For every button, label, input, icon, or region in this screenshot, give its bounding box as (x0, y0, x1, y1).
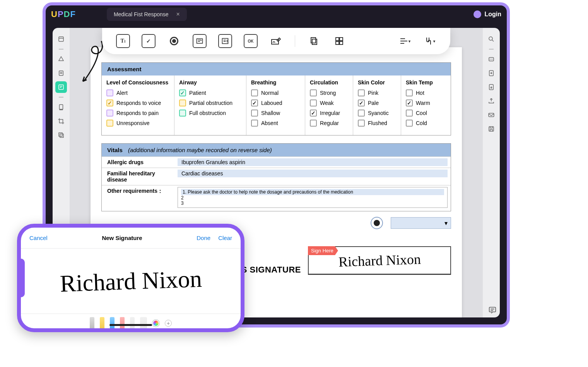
tool-copy[interactable] (307, 34, 321, 48)
pencil-tool-icon[interactable] (130, 317, 135, 329)
comment-icon[interactable] (487, 304, 498, 316)
phone-clear-button[interactable]: Clear (218, 235, 232, 241)
signature-image: Richard Nixon (338, 251, 421, 270)
tool-text-field[interactable]: TI (116, 34, 130, 48)
svg-rect-11 (336, 38, 339, 41)
titlebar: UPDF Medical Fist Response × Login (46, 5, 507, 23)
option-label: Shallow (261, 110, 280, 116)
login-button[interactable]: Login (473, 10, 501, 18)
ocr-icon[interactable] (485, 53, 497, 65)
option-label: Flushed (368, 120, 387, 126)
vitals-subtitle: (additional information maybe recorded o… (128, 147, 272, 153)
phone-done-button[interactable]: Done (197, 235, 210, 241)
column-title: Airway (179, 79, 241, 86)
option-label: Cool (416, 110, 427, 116)
checkbox-option[interactable]: Pale (358, 99, 396, 106)
export-icon[interactable] (485, 67, 497, 79)
tool-radio[interactable] (167, 34, 181, 48)
document-tab[interactable]: Medical Fist Response × (107, 8, 187, 21)
phone-signature-canvas[interactable]: Richard Nixon (21, 249, 241, 314)
rail-note-icon[interactable] (55, 67, 67, 79)
other-requirements-field[interactable]: 1. Please ask the doctor to help note th… (178, 187, 448, 208)
vitals-field[interactable]: Cardiac diseases (174, 168, 451, 185)
checkbox-option[interactable]: Normal (251, 89, 300, 96)
add-tool-icon[interactable]: + (165, 320, 172, 327)
highlighter-tool-icon[interactable] (100, 317, 104, 329)
rail-form-icon[interactable] (55, 81, 67, 93)
checkbox-icon (358, 120, 365, 127)
checkbox-option[interactable]: Alert (106, 89, 169, 96)
checkbox-option[interactable]: Warm (406, 99, 446, 106)
checkbox-option[interactable]: Unresponsive (106, 120, 169, 127)
vitals-label: Allergic drugs (102, 157, 174, 168)
right-rail (483, 28, 500, 317)
tool-checkbox[interactable]: ✓ (142, 34, 156, 48)
phone-header: Cancel New Signature Done Clear (21, 228, 241, 249)
share-icon[interactable] (485, 95, 497, 107)
mail-icon[interactable] (485, 109, 497, 121)
signature-field[interactable]: Sign Here Richard Nixon (308, 246, 451, 275)
checkbox-option[interactable]: Regular (310, 120, 348, 127)
checkbox-option[interactable]: Irregular (310, 110, 348, 117)
tab-close-icon[interactable]: × (176, 11, 180, 18)
option-label: Pink (368, 90, 378, 96)
tool-button[interactable]: OK (244, 34, 258, 48)
dropdown-field[interactable]: ▾ (391, 217, 451, 229)
tool-dropdown[interactable] (193, 34, 207, 48)
tool-align[interactable]: ▾ (398, 34, 412, 48)
option-label: Partial obstruction (189, 100, 232, 106)
rail-crop-icon[interactable] (55, 115, 67, 127)
checkbox-option[interactable]: Absent (251, 120, 300, 127)
checkbox-icon (310, 89, 317, 96)
phone-cancel-button[interactable]: Cancel (29, 235, 48, 241)
tool-grid[interactable] (332, 34, 346, 48)
checkbox-option[interactable]: Pink (358, 89, 396, 96)
checkbox-option[interactable]: Responds to pain (106, 110, 169, 117)
checkbox-option[interactable]: Shallow (251, 110, 300, 117)
rail-separator (59, 49, 63, 50)
marker-tool-icon[interactable] (110, 317, 115, 329)
checkbox-option[interactable]: Hot (406, 89, 446, 96)
rail-layers-icon[interactable] (55, 129, 67, 141)
save-icon[interactable] (485, 123, 497, 135)
tool-signature[interactable] (269, 34, 283, 48)
pen-tool-icon[interactable] (90, 317, 94, 329)
rail-highlight-icon[interactable] (55, 53, 67, 65)
checkbox-option[interactable]: Weak (310, 99, 348, 106)
checkbox-icon (310, 99, 317, 106)
option-label: Syanotic (368, 110, 389, 116)
option-label: Responds to pain (116, 110, 159, 116)
login-label: Login (484, 11, 501, 18)
avatar-icon (473, 10, 481, 18)
checkbox-option[interactable]: Patient (179, 89, 241, 96)
svg-rect-12 (340, 38, 343, 41)
ruler-tool-icon[interactable] (140, 317, 147, 329)
checkbox-option[interactable]: Cold (406, 120, 446, 127)
checkbox-icon (106, 120, 113, 127)
tool-properties[interactable]: ▾ (422, 34, 436, 48)
checkbox-icon (179, 110, 186, 117)
rail-thumbnails-icon[interactable] (55, 33, 67, 45)
checkbox-icon (406, 110, 413, 117)
checkbox-option[interactable]: Strong (310, 89, 348, 96)
vitals-field[interactable]: Ibuprofen Granules aspirin (174, 157, 451, 168)
checkbox-icon (251, 99, 258, 106)
protect-icon[interactable] (485, 81, 497, 93)
color-picker-icon[interactable] (152, 320, 159, 327)
checkbox-option[interactable]: Laboued (251, 99, 300, 106)
checkbox-option[interactable]: Full obstruction (179, 110, 241, 117)
eraser-tool-icon[interactable] (120, 317, 125, 329)
search-icon[interactable] (485, 33, 497, 45)
checkbox-icon (251, 110, 258, 117)
option-label: Warm (416, 100, 430, 106)
tool-listbox[interactable] (218, 34, 232, 48)
checkbox-option[interactable]: Partial obstruction (179, 99, 241, 106)
checkbox-option[interactable]: Syanotic (358, 110, 396, 117)
checkbox-option[interactable]: Cool (406, 110, 446, 117)
checkbox-option[interactable]: Responds to voice (106, 99, 169, 106)
checkbox-option[interactable]: Flushed (358, 120, 396, 127)
rail-pages-icon[interactable] (55, 101, 67, 113)
column-title: Skin Temp (406, 79, 446, 86)
phone-home-indicator (109, 324, 152, 326)
radio-indicator[interactable] (371, 217, 383, 229)
